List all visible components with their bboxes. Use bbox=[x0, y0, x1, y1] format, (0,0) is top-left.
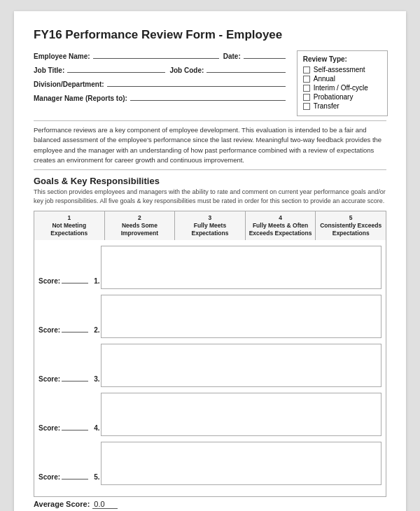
checkbox-transfer-box[interactable] bbox=[303, 103, 310, 110]
average-label: Average Score: bbox=[34, 500, 90, 508]
entry-3-score-line[interactable] bbox=[62, 373, 88, 382]
checkbox-transfer: Transfer bbox=[303, 102, 380, 110]
checkbox-annual-label: Annual bbox=[314, 75, 335, 83]
score-col-2: 2 Needs SomeImprovement bbox=[105, 211, 176, 240]
checkbox-annual: Annual bbox=[303, 75, 380, 83]
checkbox-probationary-box[interactable] bbox=[303, 94, 310, 101]
entry-5-num: 5. bbox=[94, 473, 101, 485]
review-type-box: Review Type: Self-assessment Annual Inte… bbox=[297, 50, 388, 116]
job-code-line[interactable] bbox=[206, 64, 285, 73]
entry-1-textbox[interactable] bbox=[101, 246, 382, 289]
date-line[interactable] bbox=[244, 50, 286, 59]
entry-1-num: 1. bbox=[94, 277, 101, 289]
job-title-line[interactable] bbox=[67, 64, 165, 73]
entry-5-score-label: Score: bbox=[38, 473, 60, 481]
entry-2-textbox[interactable] bbox=[101, 295, 382, 338]
entry-2-num: 2. bbox=[94, 326, 101, 338]
division-label: Division/Department: bbox=[34, 80, 104, 88]
score-col-4: 4 Fully Meets & OftenExceeds Expectation… bbox=[246, 211, 316, 240]
average-row: Average Score: 0.0 bbox=[34, 500, 386, 509]
entry-1-left: Score: bbox=[38, 275, 94, 289]
division-line[interactable] bbox=[107, 78, 286, 87]
section-title: Goals & Key Responsibilities bbox=[34, 176, 386, 186]
col-num-1: 1 bbox=[67, 214, 71, 221]
entry-2-score-row: Score: bbox=[38, 324, 88, 334]
checkbox-interim: Interim / Off-cycle bbox=[303, 84, 380, 92]
entry-1-score-row: Score: bbox=[38, 275, 88, 285]
entry-5-score-row: Score: bbox=[38, 471, 88, 481]
col-label-2: Needs SomeImprovement bbox=[121, 222, 158, 237]
entry-4-score-row: Score: bbox=[38, 422, 88, 432]
average-value: 0.0 bbox=[92, 500, 118, 509]
entry-5-left: Score: bbox=[38, 471, 94, 485]
entry-2-score-line[interactable] bbox=[62, 324, 88, 332]
job-title-label: Job Title: bbox=[34, 66, 64, 74]
entry-5-textbox[interactable] bbox=[101, 442, 382, 485]
checkbox-probationary-label: Probationary bbox=[314, 93, 354, 101]
page: FY16 Performance Review Form - Employee … bbox=[14, 11, 406, 511]
checkbox-transfer-label: Transfer bbox=[314, 102, 340, 110]
review-type-title: Review Type: bbox=[303, 55, 380, 63]
entry-4-left: Score: bbox=[38, 422, 94, 436]
date-label: Date: bbox=[223, 52, 241, 60]
col-label-1: Not MeetingExpectations bbox=[50, 222, 88, 237]
intro-text: Performance reviews are a key component … bbox=[34, 120, 386, 170]
job-title-row: Job Title: Job Code: bbox=[34, 64, 286, 74]
entry-3-left: Score: bbox=[38, 373, 94, 387]
entry-4-num: 4. bbox=[94, 424, 101, 436]
job-code-label: Job Code: bbox=[169, 66, 204, 74]
col-label-4: Fully Meets & OftenExceeds Expectations bbox=[249, 222, 312, 237]
division-row: Division/Department: bbox=[34, 78, 286, 88]
entry-3-score-row: Score: bbox=[38, 373, 88, 383]
entry-4: Score: 4. bbox=[38, 393, 382, 436]
entry-2: Score: 2. bbox=[38, 295, 382, 338]
entry-3-num: 3. bbox=[94, 375, 101, 387]
entry-4-textbox[interactable] bbox=[101, 393, 382, 436]
employee-name-row: Employee Name: Date: bbox=[34, 50, 286, 60]
top-section: Employee Name: Date: Job Title: Job Code… bbox=[34, 50, 386, 116]
score-col-5: 5 Consistently ExceedsExpectations bbox=[316, 211, 386, 240]
employee-name-label: Employee Name: bbox=[34, 52, 90, 60]
fields-left: Employee Name: Date: Job Title: Job Code… bbox=[34, 50, 297, 106]
col-label-3: Fully MeetsExpectations bbox=[192, 222, 229, 237]
checkbox-self-assessment-label: Self-assessment bbox=[314, 66, 365, 74]
checkbox-interim-label: Interim / Off-cycle bbox=[314, 84, 368, 92]
checkbox-annual-box[interactable] bbox=[303, 76, 310, 83]
entry-3-score-label: Score: bbox=[38, 375, 60, 383]
score-table-header: 1 Not MeetingExpectations 2 Needs SomeIm… bbox=[34, 211, 386, 240]
col-label-5: Consistently ExceedsExpectations bbox=[320, 222, 382, 237]
manager-label: Manager Name (Reports to): bbox=[34, 94, 127, 102]
entry-5-score-line[interactable] bbox=[62, 471, 88, 479]
entry-2-left: Score: bbox=[38, 324, 94, 338]
col-num-3: 3 bbox=[209, 214, 212, 221]
entry-1-score-line[interactable] bbox=[62, 275, 88, 284]
entry-1: Score: 1. bbox=[38, 246, 382, 289]
checkbox-probationary: Probationary bbox=[303, 93, 380, 101]
checkbox-self-assessment-box[interactable] bbox=[303, 66, 310, 74]
col-num-4: 4 bbox=[279, 214, 282, 221]
manager-row: Manager Name (Reports to): bbox=[34, 92, 286, 102]
entry-4-score-line[interactable] bbox=[62, 422, 88, 430]
score-col-3: 3 Fully MeetsExpectations bbox=[175, 211, 246, 240]
entry-2-score-label: Score: bbox=[38, 326, 60, 334]
entry-4-score-label: Score: bbox=[38, 424, 60, 432]
col-num-5: 5 bbox=[349, 214, 353, 221]
entry-3-textbox[interactable] bbox=[101, 344, 382, 387]
section-subtitle: This section provides employees and mana… bbox=[34, 188, 386, 205]
col-num-2: 2 bbox=[138, 214, 141, 221]
checkbox-interim-box[interactable] bbox=[303, 85, 310, 92]
entry-5: Score: 5. bbox=[38, 442, 382, 485]
score-col-1: 1 Not MeetingExpectations bbox=[34, 211, 105, 240]
entries-container: Score: 1. Score: 2. Score: bbox=[34, 240, 386, 497]
entry-3: Score: 3. bbox=[38, 344, 382, 387]
employee-name-line[interactable] bbox=[93, 50, 219, 59]
manager-line[interactable] bbox=[130, 92, 286, 101]
checkbox-self-assessment: Self-assessment bbox=[303, 66, 380, 74]
entry-1-score-label: Score: bbox=[38, 277, 60, 285]
page-title: FY16 Performance Review Form - Employee bbox=[34, 28, 386, 42]
